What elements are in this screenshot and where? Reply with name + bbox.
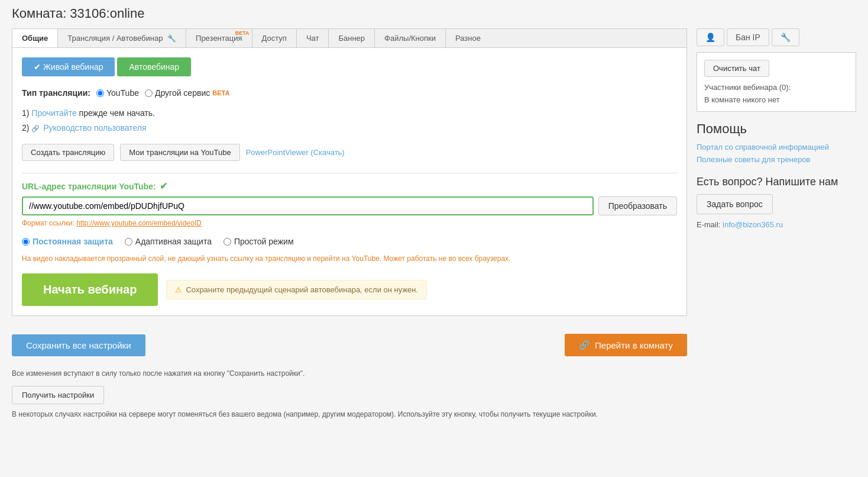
my-broadcasts-button[interactable]: Мои трансляции на YouTube [120, 144, 240, 161]
get-settings-row: Получить настройки В некоторых случаях н… [12, 386, 687, 420]
start-webinar-row: Начать вебинар ⚠ Сохраните предыдущий сц… [22, 273, 677, 306]
go-room-button[interactable]: 🔗 Перейти в комнату [565, 334, 687, 356]
chat-panel: Очистить чат Участники вебинара (0): В к… [697, 52, 856, 112]
save-note: Все изменения вступают в силу только пос… [12, 369, 687, 378]
webinar-type-row: Живой вебинар Автовебинар [22, 57, 677, 76]
tab-access[interactable]: Доступ [252, 29, 297, 47]
info-line2: 2) 🔗 Руководство пользователя [22, 121, 677, 136]
sidebar: 👤 Бан IP 🔧 Очистить чат Участники вебина… [697, 28, 856, 229]
tab-broadcast[interactable]: Трансляция / Автовебинар 🔧 [58, 29, 186, 47]
external-link-icon: 🔗 [31, 125, 40, 132]
youtube-radio-label[interactable]: YouTube [96, 88, 139, 98]
create-broadcast-button[interactable]: Создать трансляцию [22, 144, 114, 161]
user-icon-button[interactable]: 👤 [697, 28, 724, 46]
url-format-link[interactable]: http://www.youtube.com/embed/videoID [76, 219, 201, 227]
url-section: URL-адрес трансляции YouTube: ✔ Преобраз… [22, 181, 677, 227]
protection-row: Постоянная защита Адаптивная защита Прос… [22, 237, 677, 246]
url-format-hint: Формат ссылки: http://www.youtube.com/em… [22, 219, 677, 227]
clear-chat-button[interactable]: Очистить чат [704, 60, 769, 77]
wrench-icon: 🔧 [167, 34, 176, 43]
get-settings-button[interactable]: Получить настройки [12, 386, 104, 404]
save-all-button[interactable]: Сохранить все настройки [12, 334, 145, 356]
action-buttons-row: Создать трансляцию Мои трансляции на You… [22, 144, 677, 161]
adaptive-protection-label[interactable]: Адаптивная защита [125, 237, 212, 246]
help-section: Помощь Портал со справочной информацией … [697, 121, 856, 229]
tab-banner[interactable]: Баннер [329, 29, 375, 47]
simple-mode-label[interactable]: Простой режим [224, 237, 294, 246]
youtube-radio[interactable] [96, 89, 104, 97]
youtube-label: YouTube [106, 88, 139, 98]
other-service-label: Другой сервис [155, 88, 210, 98]
user-guide-link[interactable]: Руководство пользователя [43, 123, 146, 133]
no-one-label: В комнате никого нет [704, 95, 848, 104]
participants-label: Участники вебинара (0): [704, 83, 848, 92]
question-title: Есть вопрос? Напишите нам [697, 176, 856, 188]
email-row: E-mail: info@bizon365.ru [697, 220, 856, 229]
email-link[interactable]: info@bizon365.ru [723, 220, 783, 229]
url-checkmark-icon: ✔ [160, 181, 167, 192]
live-webinar-button[interactable]: Живой вебинар [22, 57, 115, 76]
help-link-tips[interactable]: Полезные советы для тренеров [697, 155, 856, 164]
tab-misc[interactable]: Разное [446, 29, 490, 47]
info-links: 1) Прочитайте прежде чем начать. 2) 🔗 Ру… [22, 106, 677, 136]
page-title: Комната: 33106:online [12, 6, 856, 21]
main-content: Общие Трансляция / Автовебинар 🔧 BETA Пр… [12, 28, 687, 420]
url-input[interactable] [22, 196, 594, 215]
permanent-protection-label[interactable]: Постоянная защита [22, 237, 113, 246]
simple-mode-radio[interactable] [224, 238, 231, 246]
go-room-icon: 🔗 [579, 340, 590, 350]
settings-wrench-button[interactable]: 🔧 [772, 28, 799, 46]
help-links: Портал со справочной информацией Полезны… [697, 143, 856, 164]
other-beta-text: BETA [212, 89, 229, 96]
broadcast-type-row: Тип трансляции: YouTube Другой сервис BE… [22, 88, 677, 98]
tab-chat[interactable]: Чат [297, 29, 329, 47]
get-settings-note: В некоторых случаях настройки на сервере… [12, 409, 687, 420]
read-first-link[interactable]: Прочитайте [31, 108, 76, 118]
ban-ip-button[interactable]: Бан IP [727, 28, 769, 46]
warning-box: ⚠ Сохраните предыдущий сценарий автовеби… [166, 280, 427, 299]
ask-question-button[interactable]: Задать вопрос [697, 194, 773, 214]
help-title: Помощь [697, 121, 856, 137]
url-label: URL-адрес трансляции YouTube: ✔ [22, 181, 677, 192]
tab-files[interactable]: Файлы/Кнопки [375, 29, 446, 47]
tabs-bar: Общие Трансляция / Автовебинар 🔧 BETA Пр… [12, 28, 687, 47]
tab-presentation[interactable]: BETA Презентация [186, 29, 252, 47]
divider-1 [22, 173, 677, 173]
permanent-protection-radio[interactable] [22, 238, 30, 246]
info-line1: 1) Прочитайте прежде чем начать. [22, 106, 677, 121]
broadcast-type-label: Тип трансляции: [22, 88, 90, 98]
other-service-radio-label[interactable]: Другой сервис BETA [145, 88, 229, 98]
other-service-radio[interactable] [145, 89, 153, 97]
url-input-row: Преобразовать [22, 196, 677, 215]
convert-button[interactable]: Преобразовать [598, 196, 677, 215]
start-webinar-button[interactable]: Начать вебинар [22, 273, 158, 306]
beta-badge: BETA [235, 30, 250, 36]
main-panel: Живой вебинар Автовебинар Тип трансляции… [12, 47, 687, 316]
protection-note: На видео накладывается прозрачный слой, … [22, 253, 677, 264]
bottom-bar: Сохранить все настройки 🔗 Перейти в комн… [12, 325, 687, 365]
tab-general[interactable]: Общие [12, 29, 58, 47]
warning-icon: ⚠ [175, 285, 182, 294]
adaptive-protection-radio[interactable] [125, 238, 132, 246]
help-link-portal[interactable]: Портал со справочной информацией [697, 143, 856, 152]
autowebinar-button[interactable]: Автовебинар [117, 57, 191, 76]
sidebar-top-buttons: 👤 Бан IP 🔧 [697, 28, 856, 46]
powerpoint-link[interactable]: PowerPointViewer (Скачать) [246, 148, 345, 157]
